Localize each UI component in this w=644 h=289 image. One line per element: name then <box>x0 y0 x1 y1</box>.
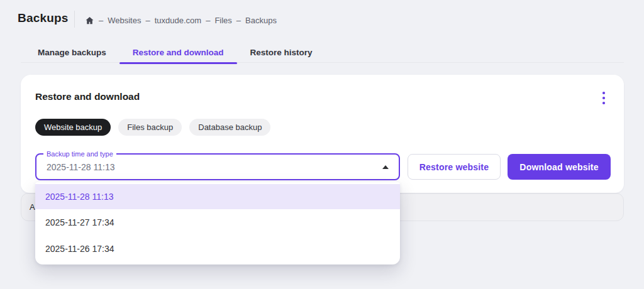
breadcrumb-separator: – <box>206 16 210 25</box>
tab-bar: Manage backups Restore and download Rest… <box>25 44 326 63</box>
breadcrumb-separator: – <box>145 16 150 25</box>
breadcrumb-item-files[interactable]: Files <box>214 16 231 25</box>
header-divider <box>74 11 75 28</box>
restore-and-download-card: Restore and download Website backup File… <box>21 75 624 193</box>
restore-website-button[interactable]: Restore website <box>408 154 501 180</box>
breadcrumb-item-domain[interactable]: tuxdude.com <box>155 16 201 25</box>
breadcrumb-item-backups[interactable]: Backups <box>245 16 277 25</box>
tab-restore-and-download[interactable]: Restore and download <box>119 44 237 63</box>
tab-restore-history[interactable]: Restore history <box>237 44 326 63</box>
download-website-button[interactable]: Download website <box>508 154 611 180</box>
breadcrumb-separator: – <box>99 16 103 25</box>
kebab-menu-icon[interactable] <box>597 90 610 106</box>
tab-manage-backups[interactable]: Manage backups <box>25 44 119 63</box>
chip-website-backup[interactable]: Website backup <box>35 119 111 136</box>
chip-database-backup[interactable]: Database backup <box>189 119 270 136</box>
collapsed-row-text: A <box>30 202 35 212</box>
backup-time-select[interactable]: Backup time and type 2025-11-28 11:13 <box>35 153 400 180</box>
dropdown-option-2[interactable]: 2025-11-27 17:34 <box>35 209 400 236</box>
card-title: Restore and download <box>35 91 140 102</box>
breadcrumb-item-websites[interactable]: Websites <box>108 16 141 25</box>
home-icon[interactable] <box>85 16 94 25</box>
page-title: Backups <box>18 11 69 25</box>
breadcrumb: – Websites – tuxdude.com – Files – Backu… <box>85 15 277 26</box>
backup-time-select-value: 2025-11-28 11:13 <box>47 155 114 179</box>
dropdown-option-3[interactable]: 2025-11-26 17:34 <box>35 236 400 262</box>
dropdown-option-1[interactable]: 2025-11-28 11:13 <box>35 184 400 209</box>
chip-files-backup[interactable]: Files backup <box>118 119 182 136</box>
backup-time-dropdown-menu: 2025-11-28 11:13 2025-11-27 17:34 2025-1… <box>35 182 400 264</box>
breadcrumb-separator: – <box>236 16 241 25</box>
backups-page: Backups – Websites – tuxdude.com – Files… <box>0 0 644 289</box>
caret-up-icon[interactable] <box>382 165 389 169</box>
backup-type-chips: Website backup Files backup Database bac… <box>35 119 270 136</box>
